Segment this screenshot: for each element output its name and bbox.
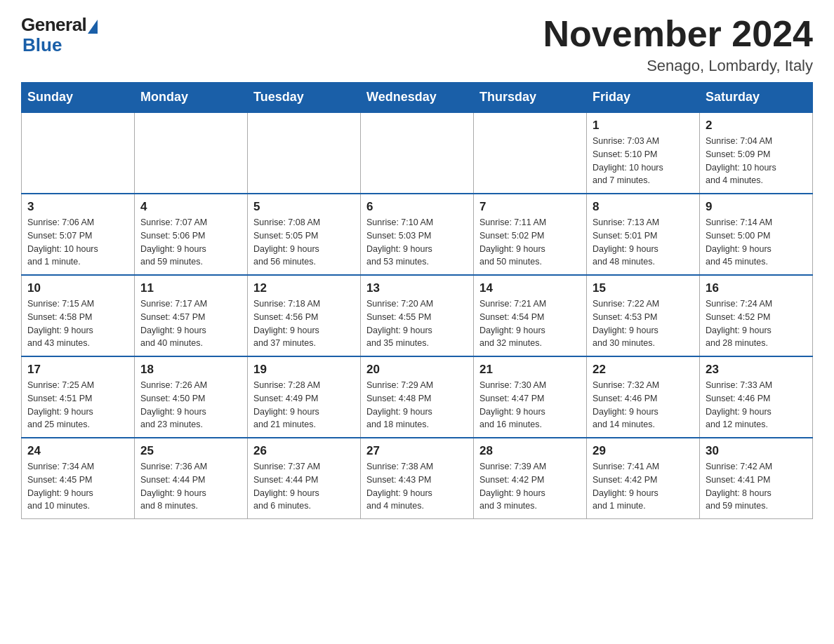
- day-info: Sunrise: 7:28 AM Sunset: 4:49 PM Dayligh…: [253, 379, 355, 431]
- calendar-week-row: 3Sunrise: 7:06 AM Sunset: 5:07 PM Daylig…: [22, 194, 813, 275]
- weekday-header-sunday: Sunday: [22, 83, 135, 113]
- calendar-day-cell: [135, 112, 248, 194]
- calendar-day-cell: 10Sunrise: 7:15 AM Sunset: 4:58 PM Dayli…: [22, 275, 135, 356]
- calendar-day-cell: 18Sunrise: 7:26 AM Sunset: 4:50 PM Dayli…: [135, 356, 248, 438]
- calendar-day-cell: 7Sunrise: 7:11 AM Sunset: 5:02 PM Daylig…: [474, 194, 587, 275]
- weekday-header-monday: Monday: [135, 83, 248, 113]
- logo-blue-text: Blue: [21, 34, 62, 56]
- calendar-day-cell: 20Sunrise: 7:29 AM Sunset: 4:48 PM Dayli…: [361, 356, 474, 438]
- calendar-day-cell: 26Sunrise: 7:37 AM Sunset: 4:44 PM Dayli…: [248, 438, 361, 519]
- day-number: 6: [366, 200, 468, 214]
- calendar-day-cell: 28Sunrise: 7:39 AM Sunset: 4:42 PM Dayli…: [474, 438, 587, 519]
- day-info: Sunrise: 7:14 AM Sunset: 5:00 PM Dayligh…: [706, 216, 807, 269]
- calendar-day-cell: 2Sunrise: 7:04 AM Sunset: 5:09 PM Daylig…: [700, 112, 813, 194]
- calendar-week-row: 10Sunrise: 7:15 AM Sunset: 4:58 PM Dayli…: [22, 275, 813, 356]
- calendar-day-cell: 4Sunrise: 7:07 AM Sunset: 5:06 PM Daylig…: [135, 194, 248, 275]
- day-number: 14: [479, 281, 581, 295]
- logo-triangle-icon: [88, 20, 98, 34]
- calendar-day-cell: 13Sunrise: 7:20 AM Sunset: 4:55 PM Dayli…: [361, 275, 474, 356]
- day-info: Sunrise: 7:26 AM Sunset: 4:50 PM Dayligh…: [140, 379, 241, 431]
- weekday-header-wednesday: Wednesday: [361, 83, 474, 113]
- day-number: 25: [140, 444, 241, 458]
- title-section: November 2024 Senago, Lombardy, Italy: [543, 14, 813, 75]
- day-info: Sunrise: 7:32 AM Sunset: 4:46 PM Dayligh…: [593, 379, 694, 431]
- day-info: Sunrise: 7:11 AM Sunset: 5:02 PM Dayligh…: [479, 216, 581, 269]
- day-number: 30: [706, 444, 807, 458]
- day-number: 2: [706, 119, 807, 133]
- day-info: Sunrise: 7:15 AM Sunset: 4:58 PM Dayligh…: [27, 297, 128, 350]
- day-info: Sunrise: 7:37 AM Sunset: 4:44 PM Dayligh…: [253, 460, 355, 513]
- day-number: 10: [27, 281, 128, 295]
- calendar-day-cell: 5Sunrise: 7:08 AM Sunset: 5:05 PM Daylig…: [248, 194, 361, 275]
- day-info: Sunrise: 7:25 AM Sunset: 4:51 PM Dayligh…: [27, 379, 128, 431]
- calendar-week-row: 17Sunrise: 7:25 AM Sunset: 4:51 PM Dayli…: [22, 356, 813, 438]
- day-info: Sunrise: 7:36 AM Sunset: 4:44 PM Dayligh…: [140, 460, 241, 513]
- page-header: General Blue November 2024 Senago, Lomba…: [21, 14, 813, 75]
- day-number: 24: [27, 444, 128, 458]
- day-number: 19: [253, 363, 355, 377]
- day-number: 29: [593, 444, 694, 458]
- weekday-header-row: SundayMondayTuesdayWednesdayThursdayFrid…: [22, 83, 813, 113]
- day-info: Sunrise: 7:34 AM Sunset: 4:45 PM Dayligh…: [27, 460, 128, 513]
- day-info: Sunrise: 7:18 AM Sunset: 4:56 PM Dayligh…: [253, 297, 355, 350]
- day-info: Sunrise: 7:41 AM Sunset: 4:42 PM Dayligh…: [593, 460, 694, 513]
- calendar-day-cell: [22, 112, 135, 194]
- day-info: Sunrise: 7:29 AM Sunset: 4:48 PM Dayligh…: [366, 379, 468, 431]
- calendar-day-cell: 8Sunrise: 7:13 AM Sunset: 5:01 PM Daylig…: [587, 194, 700, 275]
- day-info: Sunrise: 7:42 AM Sunset: 4:41 PM Dayligh…: [706, 460, 807, 513]
- day-number: 4: [140, 200, 241, 214]
- weekday-header-thursday: Thursday: [474, 83, 587, 113]
- calendar-week-row: 24Sunrise: 7:34 AM Sunset: 4:45 PM Dayli…: [22, 438, 813, 519]
- calendar-day-cell: [474, 112, 587, 194]
- day-info: Sunrise: 7:13 AM Sunset: 5:01 PM Dayligh…: [593, 216, 694, 269]
- day-info: Sunrise: 7:07 AM Sunset: 5:06 PM Dayligh…: [140, 216, 241, 269]
- logo-general-text: General: [21, 14, 86, 36]
- day-number: 5: [253, 200, 355, 214]
- calendar-day-cell: [361, 112, 474, 194]
- day-number: 27: [366, 444, 468, 458]
- day-number: 11: [140, 281, 241, 295]
- day-info: Sunrise: 7:08 AM Sunset: 5:05 PM Dayligh…: [253, 216, 355, 269]
- calendar-day-cell: 27Sunrise: 7:38 AM Sunset: 4:43 PM Dayli…: [361, 438, 474, 519]
- day-info: Sunrise: 7:20 AM Sunset: 4:55 PM Dayligh…: [366, 297, 468, 350]
- day-info: Sunrise: 7:30 AM Sunset: 4:47 PM Dayligh…: [479, 379, 581, 431]
- day-number: 9: [706, 200, 807, 214]
- day-info: Sunrise: 7:21 AM Sunset: 4:54 PM Dayligh…: [479, 297, 581, 350]
- calendar-day-cell: 11Sunrise: 7:17 AM Sunset: 4:57 PM Dayli…: [135, 275, 248, 356]
- day-number: 28: [479, 444, 581, 458]
- calendar-day-cell: 21Sunrise: 7:30 AM Sunset: 4:47 PM Dayli…: [474, 356, 587, 438]
- day-number: 17: [27, 363, 128, 377]
- weekday-header-saturday: Saturday: [700, 83, 813, 113]
- day-number: 26: [253, 444, 355, 458]
- calendar-day-cell: 14Sunrise: 7:21 AM Sunset: 4:54 PM Dayli…: [474, 275, 587, 356]
- calendar-day-cell: [248, 112, 361, 194]
- logo: General Blue: [21, 14, 98, 56]
- weekday-header-friday: Friday: [587, 83, 700, 113]
- day-number: 13: [366, 281, 468, 295]
- calendar-day-cell: 19Sunrise: 7:28 AM Sunset: 4:49 PM Dayli…: [248, 356, 361, 438]
- day-number: 23: [706, 363, 807, 377]
- day-info: Sunrise: 7:03 AM Sunset: 5:10 PM Dayligh…: [593, 135, 694, 187]
- day-info: Sunrise: 7:38 AM Sunset: 4:43 PM Dayligh…: [366, 460, 468, 513]
- calendar-day-cell: 3Sunrise: 7:06 AM Sunset: 5:07 PM Daylig…: [22, 194, 135, 275]
- day-info: Sunrise: 7:39 AM Sunset: 4:42 PM Dayligh…: [479, 460, 581, 513]
- day-info: Sunrise: 7:17 AM Sunset: 4:57 PM Dayligh…: [140, 297, 241, 350]
- day-info: Sunrise: 7:33 AM Sunset: 4:46 PM Dayligh…: [706, 379, 807, 431]
- day-number: 15: [593, 281, 694, 295]
- month-title: November 2024: [543, 14, 813, 54]
- day-number: 12: [253, 281, 355, 295]
- day-info: Sunrise: 7:22 AM Sunset: 4:53 PM Dayligh…: [593, 297, 694, 350]
- calendar-day-cell: 30Sunrise: 7:42 AM Sunset: 4:41 PM Dayli…: [700, 438, 813, 519]
- weekday-header-tuesday: Tuesday: [248, 83, 361, 113]
- day-number: 20: [366, 363, 468, 377]
- day-number: 3: [27, 200, 128, 214]
- day-number: 22: [593, 363, 694, 377]
- day-info: Sunrise: 7:06 AM Sunset: 5:07 PM Dayligh…: [27, 216, 128, 269]
- calendar-day-cell: 16Sunrise: 7:24 AM Sunset: 4:52 PM Dayli…: [700, 275, 813, 356]
- day-number: 7: [479, 200, 581, 214]
- calendar-day-cell: 9Sunrise: 7:14 AM Sunset: 5:00 PM Daylig…: [700, 194, 813, 275]
- calendar-day-cell: 12Sunrise: 7:18 AM Sunset: 4:56 PM Dayli…: [248, 275, 361, 356]
- day-number: 21: [479, 363, 581, 377]
- day-info: Sunrise: 7:24 AM Sunset: 4:52 PM Dayligh…: [706, 297, 807, 350]
- calendar-day-cell: 17Sunrise: 7:25 AM Sunset: 4:51 PM Dayli…: [22, 356, 135, 438]
